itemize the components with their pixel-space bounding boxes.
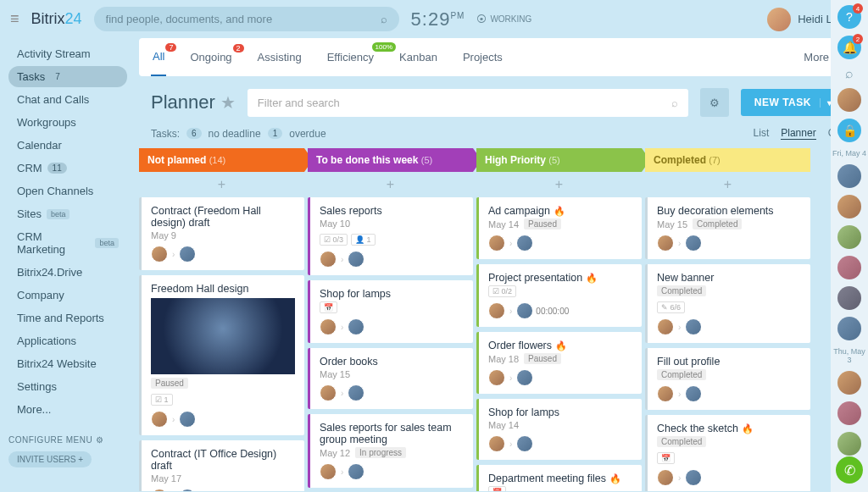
sidebar-item[interactable]: Time and Reports bbox=[8, 307, 127, 329]
working-status[interactable]: WORKING bbox=[476, 14, 531, 25]
column-header[interactable]: Not planned (14) bbox=[139, 148, 304, 172]
task-card[interactable]: Order flowers🔥 May 18Paused › bbox=[476, 332, 642, 394]
sidebar-item[interactable]: Activity Stream bbox=[8, 43, 127, 64]
filter-input[interactable] bbox=[258, 97, 671, 109]
task-card[interactable]: Contract (IT Office Design) draft May 17… bbox=[139, 440, 304, 491]
tab[interactable]: Efficiency100% bbox=[326, 39, 376, 75]
add-task-button[interactable]: + bbox=[476, 172, 642, 197]
search-input[interactable] bbox=[106, 13, 381, 25]
invite-users-button[interactable]: INVITE USERS + bbox=[8, 451, 92, 467]
sidebar-item[interactable]: Company bbox=[8, 285, 127, 306]
tab[interactable]: Ongoing2 bbox=[188, 39, 233, 75]
avatar bbox=[767, 8, 791, 31]
task-title: Buy decoration elements bbox=[657, 205, 774, 217]
star-icon[interactable]: ★ bbox=[220, 92, 236, 113]
sidebar-item[interactable]: Open Channels bbox=[8, 180, 127, 202]
contact-avatar[interactable] bbox=[837, 371, 861, 395]
sidebar-item[interactable]: Chat and Calls bbox=[8, 89, 127, 110]
sidebar-item[interactable]: Calendar bbox=[8, 135, 127, 156]
task-card[interactable]: Project presentation🔥 ☑ 0/2 ›00:00:00 bbox=[476, 264, 642, 327]
configure-menu[interactable]: CONFIGURE MENU ⚙ bbox=[8, 435, 127, 445]
task-title: Order flowers bbox=[488, 340, 552, 351]
notifications-button[interactable]: 🔔2 bbox=[837, 36, 861, 59]
sidebar-item[interactable]: Bitrix24.Drive bbox=[8, 262, 127, 283]
task-card[interactable]: Fill out profile Completed › bbox=[645, 348, 810, 410]
task-card[interactable]: Sales reports for sales team group meeti… bbox=[308, 414, 473, 488]
call-button[interactable]: ✆ bbox=[836, 456, 863, 484]
contact-avatar[interactable] bbox=[837, 317, 861, 340]
sidebar-item[interactable]: CRM11 bbox=[8, 158, 127, 179]
column-header[interactable]: Completed (7) bbox=[645, 148, 810, 172]
sidebar-item[interactable]: More... bbox=[8, 399, 127, 420]
task-card[interactable]: Freedom Hall design Paused ☑ 1 › bbox=[139, 275, 304, 435]
task-title: Contract (Freedom Hall design) draft bbox=[151, 205, 295, 229]
sidebar-item[interactable]: Workgroups bbox=[8, 112, 127, 133]
tab[interactable]: Kanban bbox=[398, 39, 439, 75]
column-header[interactable]: To be done this week (5) bbox=[308, 148, 473, 172]
sidebar-item-label: Calendar bbox=[17, 139, 62, 152]
contact-avatar[interactable] bbox=[837, 256, 861, 279]
column-header[interactable]: High Priority (5) bbox=[476, 148, 642, 172]
task-card[interactable]: Order books May 15 › bbox=[308, 348, 473, 409]
no-deadline-label: no deadline bbox=[209, 128, 261, 140]
contact-avatar[interactable] bbox=[837, 286, 861, 310]
task-card[interactable]: Ad campaign🔥 May 14Paused › bbox=[476, 197, 642, 259]
overdue-count[interactable]: 1 bbox=[268, 128, 283, 139]
settings-button[interactable]: ⚙ bbox=[700, 88, 729, 117]
chip: 📅 bbox=[657, 452, 675, 464]
kanban-board: Not planned (14) + Contract (Freedom Hal… bbox=[136, 148, 868, 491]
sidebar-item-label: Activity Stream bbox=[17, 47, 91, 60]
task-title: Order books bbox=[320, 356, 378, 368]
task-card[interactable]: Shop for lamps 📅 › bbox=[308, 280, 473, 343]
search-icon[interactable]: ⌕ bbox=[671, 97, 678, 109]
contact-avatar[interactable] bbox=[837, 401, 861, 425]
timer: 00:00:00 bbox=[536, 307, 569, 316]
sidebar-item[interactable]: CRM Marketingbeta bbox=[8, 226, 127, 260]
task-card[interactable]: Department meeting files🔥 📅 › bbox=[476, 465, 642, 491]
task-title: New banner bbox=[657, 272, 714, 284]
chevron-icon: › bbox=[509, 439, 512, 449]
task-card[interactable]: Check the sketch🔥 Completed 📅 › bbox=[645, 415, 810, 491]
search-icon[interactable]: ⌕ bbox=[845, 66, 854, 81]
flame-icon: 🔥 bbox=[555, 340, 567, 351]
tab[interactable]: Assisting bbox=[256, 39, 303, 75]
new-task-button[interactable]: NEW TASK▾ bbox=[741, 89, 846, 116]
sidebar-item[interactable]: Bitrix24 Website bbox=[8, 353, 127, 374]
sidebar-item[interactable]: Sitesbeta bbox=[8, 203, 127, 224]
chevron-icon: › bbox=[509, 307, 512, 316]
badge: 2 bbox=[853, 34, 863, 44]
lock-button[interactable]: 🔒 bbox=[837, 119, 861, 142]
no-deadline-count[interactable]: 6 bbox=[186, 128, 202, 139]
sidebar-item[interactable]: Settings bbox=[8, 376, 127, 397]
contact-avatar[interactable] bbox=[837, 88, 861, 112]
avatar bbox=[151, 489, 168, 491]
global-search[interactable]: ⌕ bbox=[94, 7, 399, 31]
filter-search[interactable]: ⌕ bbox=[248, 89, 688, 117]
sidebar-item[interactable]: Tasks7 bbox=[8, 66, 127, 87]
contact-avatar[interactable] bbox=[837, 432, 861, 456]
tab[interactable]: Projects bbox=[461, 39, 504, 75]
contact-avatar[interactable] bbox=[837, 164, 861, 188]
view-planner[interactable]: Planner bbox=[781, 127, 815, 140]
contact-avatar[interactable] bbox=[837, 195, 861, 218]
view-list[interactable]: List bbox=[754, 127, 770, 140]
add-task-button[interactable]: + bbox=[645, 172, 810, 197]
tab[interactable]: All7 bbox=[151, 38, 166, 76]
sidebar-item[interactable]: Applications bbox=[8, 330, 127, 351]
avatar bbox=[516, 435, 533, 452]
task-date: May 15 bbox=[320, 369, 350, 379]
task-card[interactable]: Buy decoration elements May 15Completed … bbox=[645, 197, 810, 259]
contact-avatar[interactable] bbox=[837, 225, 861, 249]
add-task-button[interactable]: + bbox=[308, 172, 473, 197]
menu-icon[interactable]: ≡ bbox=[10, 10, 19, 28]
sidebar-item-label: Sites bbox=[17, 207, 42, 220]
task-card[interactable]: Shop for lamps May 14 › bbox=[476, 399, 642, 460]
chevron-icon: › bbox=[678, 239, 681, 248]
task-card[interactable]: Sales reports May 10 ☑ 0/3👤 1 › bbox=[308, 197, 473, 275]
search-icon[interactable]: ⌕ bbox=[381, 13, 387, 25]
task-card[interactable]: New banner Completed ✎ 6/6 › bbox=[645, 264, 810, 343]
add-task-button[interactable]: + bbox=[139, 172, 304, 197]
help-button[interactable]: ?4 bbox=[837, 5, 861, 29]
logo: Bitrix24 bbox=[31, 10, 82, 28]
task-card[interactable]: Contract (Freedom Hall design) draft May… bbox=[139, 197, 304, 270]
